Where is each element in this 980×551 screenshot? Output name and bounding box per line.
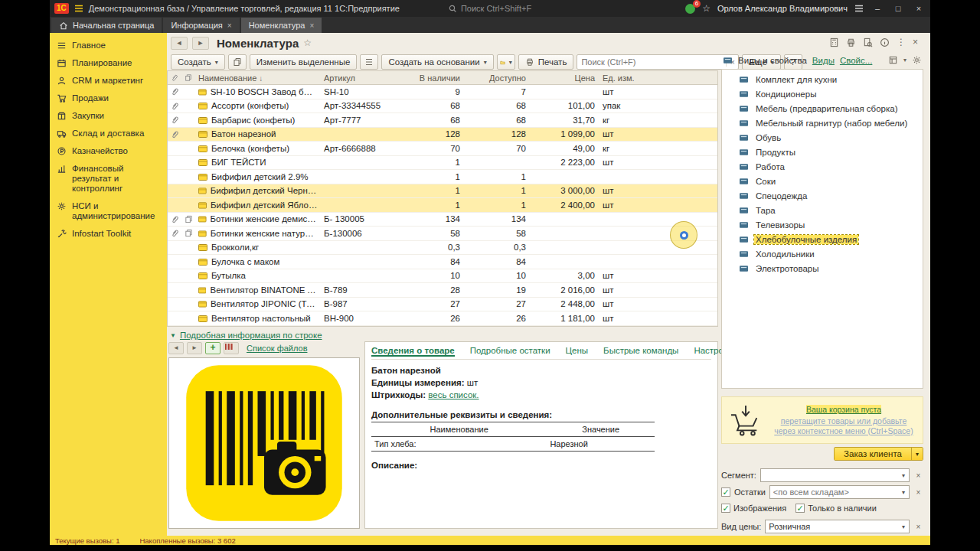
kind-list-item[interactable]: Комплект для кухни — [722, 72, 923, 86]
notifications-icon[interactable]: 6 — [685, 4, 695, 14]
tab-quick-commands[interactable]: Быстрые команды — [603, 346, 678, 355]
table-row[interactable]: Вентилятор настольный ВН-900 26 26 1 181… — [168, 311, 717, 326]
edit-selected-button[interactable]: Изменить выделенные — [250, 54, 358, 70]
info-icon[interactable] — [880, 37, 890, 47]
minimize-button[interactable]: – — [871, 4, 884, 13]
sidebar-item-purchases[interactable]: Закупки — [50, 107, 167, 125]
kind-list-item[interactable]: Телевизоры — [722, 217, 923, 232]
files-list-link[interactable]: Список файлов — [247, 344, 307, 353]
product-image-frame[interactable] — [168, 357, 360, 529]
move-to-group-button[interactable]: ▾ — [497, 54, 515, 70]
create-based-button[interactable]: Создать на основании▾ — [381, 54, 493, 70]
create-button[interactable]: Создать▾ — [171, 54, 225, 70]
table-row[interactable]: Батон нарезной 128 128 1 099,00 шт — [168, 128, 717, 142]
layers-icon[interactable] — [888, 55, 898, 65]
tab-nomenclature[interactable]: Номенклатура × — [241, 18, 322, 33]
sidebar-item-sales[interactable]: Продажи — [50, 90, 167, 107]
clear-price-kind-icon[interactable]: × — [913, 523, 923, 531]
sidebar-item-treasury[interactable]: Казначейство — [50, 142, 167, 160]
more-menu-icon[interactable]: ⋮ — [897, 37, 906, 47]
barcode-button[interactable] — [224, 342, 239, 354]
sidebar-item-crm[interactable]: CRM и маркетинг — [50, 72, 167, 90]
column-header-in-stock[interactable]: В наличии — [399, 73, 465, 83]
sidebar-item-finresult[interactable]: Финансовый результат и контроллинг — [50, 160, 167, 197]
current-user[interactable]: Орлов Александр Владимирович — [717, 4, 848, 13]
gear-icon[interactable] — [912, 55, 922, 65]
column-header-available[interactable]: Доступно — [465, 73, 531, 83]
table-row[interactable]: Белочка (конфеты) Арт-6666888 70 70 49,0… — [168, 142, 717, 156]
chevron-down-icon[interactable]: ▾ — [898, 472, 909, 479]
table-row[interactable]: SH-10 BOSCH Завод бытов... SH-10 9 7 шт — [168, 85, 717, 99]
kind-list-item[interactable]: Мебельный гарнитур (набор мебели) — [722, 116, 923, 130]
forward-button[interactable]: ► — [192, 37, 209, 50]
column-header-unit[interactable]: Ед. изм. — [599, 73, 717, 83]
table-row[interactable]: БИГ ТЕЙСТИ 1 2 223,00 шт — [168, 156, 717, 171]
kind-list-item[interactable]: Продукты — [722, 145, 923, 159]
table-row[interactable]: Бутылка 10 10 3,00 шт — [168, 269, 717, 284]
sidebar-item-planning[interactable]: Планирование — [50, 54, 167, 72]
sidebar-item-main[interactable]: Главное — [50, 37, 167, 54]
kind-list-item[interactable]: Обувь — [722, 130, 923, 145]
price-kind-input[interactable] — [766, 522, 898, 531]
sidebar-item-nsi-admin[interactable]: НСИ и администрирование — [50, 197, 167, 225]
client-order-button[interactable]: Заказ клиента ▾ — [834, 447, 923, 461]
column-header-article[interactable]: Артикул — [321, 73, 399, 83]
doc-search-icon[interactable] — [863, 37, 873, 47]
table-row[interactable]: Бифифил детский Черника ... 1 1 3 000,00… — [168, 184, 717, 199]
close-tab-icon[interactable]: × — [227, 21, 232, 30]
calculator-icon[interactable] — [829, 37, 839, 47]
table-row[interactable]: Бифифил детский 2.9% 1 1 — [168, 170, 717, 184]
hamburger-icon[interactable] — [854, 5, 864, 12]
properties-link[interactable]: Свойс... — [840, 56, 872, 65]
row-details-expander[interactable]: ▼ Подробная информация по строке — [170, 331, 322, 340]
kind-list-item[interactable]: Тара — [722, 203, 923, 217]
tab-information[interactable]: Информация × — [163, 18, 239, 33]
table-row[interactable]: Барбарис (конфеты) Арт-7777 68 68 31,70 … — [168, 113, 717, 128]
print-button[interactable]: Печать — [518, 54, 574, 70]
kind-list-item[interactable]: Спецодежда — [722, 188, 923, 203]
table-row[interactable]: Вентилятор JIPONIC (Тайв... B-987 27 27 … — [168, 298, 717, 312]
kind-list-item[interactable]: Мебель (предварительная сборка) — [722, 101, 923, 116]
table-row[interactable]: Брокколи,кг 0,3 0,3 — [168, 241, 717, 256]
global-search[interactable]: Поиск Ctrl+Shift+F — [449, 0, 531, 17]
table-row[interactable]: Булочка с маком 84 84 — [168, 255, 717, 269]
column-header-name[interactable]: Наименование↓ — [195, 73, 321, 83]
table-row[interactable]: Ассорти (конфеты) Арт-33344555 68 68 101… — [168, 99, 717, 114]
warehouse-input[interactable] — [770, 487, 898, 497]
favorites-star-icon[interactable]: ☆ — [702, 3, 710, 14]
tab-prices[interactable]: Цены — [566, 346, 589, 355]
kind-list-item[interactable]: Электротовары — [722, 261, 923, 276]
close-tab-icon[interactable]: × — [309, 21, 314, 30]
tab-detailed-stock[interactable]: Подробные остатки — [470, 346, 550, 355]
close-window-button[interactable]: × — [912, 4, 926, 13]
add-image-button[interactable]: + — [205, 342, 220, 354]
list-view-button[interactable] — [360, 54, 378, 70]
kind-list-item[interactable]: Работа — [722, 159, 923, 174]
clear-segment-icon[interactable]: × — [913, 471, 923, 480]
maximize-button[interactable]: □ — [891, 4, 905, 13]
close-form-icon[interactable]: × — [913, 37, 918, 47]
table-row[interactable]: Бифифил детский Яблоко-... 1 1 2 400,00 … — [168, 198, 717, 213]
kind-list-item[interactable]: Хлебобулочные изделия — [722, 232, 923, 246]
prev-image-button[interactable]: ◄ — [168, 342, 184, 354]
segment-input[interactable] — [761, 471, 898, 480]
next-image-button[interactable]: ► — [187, 342, 202, 354]
clear-warehouse-icon[interactable]: × — [913, 488, 923, 497]
chevron-down-icon[interactable]: ▾ — [903, 57, 906, 64]
table-row[interactable]: Вентилятор BINATONE ALPI... B-789 28 19 … — [168, 283, 717, 298]
table-row[interactable]: Ботинки женские демисезон... Б- 130005 1… — [168, 213, 717, 227]
cart-empty-link[interactable]: Ваша корзина пуста — [806, 405, 881, 414]
chevron-down-icon[interactable]: ▾ — [898, 489, 909, 496]
barcodes-link[interactable]: весь список. — [428, 390, 479, 399]
create-copy-button[interactable] — [228, 54, 247, 70]
kind-list-item[interactable]: Холодильники — [722, 246, 923, 261]
stock-checkbox[interactable]: ✓ — [721, 487, 730, 497]
kind-list-item[interactable]: Соки — [722, 174, 923, 188]
kind-list-item[interactable]: Кондиционеры — [722, 86, 923, 101]
chevron-down-icon[interactable]: ▾ — [898, 523, 909, 530]
back-button[interactable]: ◄ — [171, 37, 188, 50]
add-favorite-star-icon[interactable]: ☆ — [303, 37, 312, 48]
sidebar-item-infostart[interactable]: Infostart Toolkit — [50, 225, 167, 243]
tab-home[interactable]: Начальная страница — [51, 18, 162, 33]
table-search-input[interactable] — [577, 57, 726, 67]
